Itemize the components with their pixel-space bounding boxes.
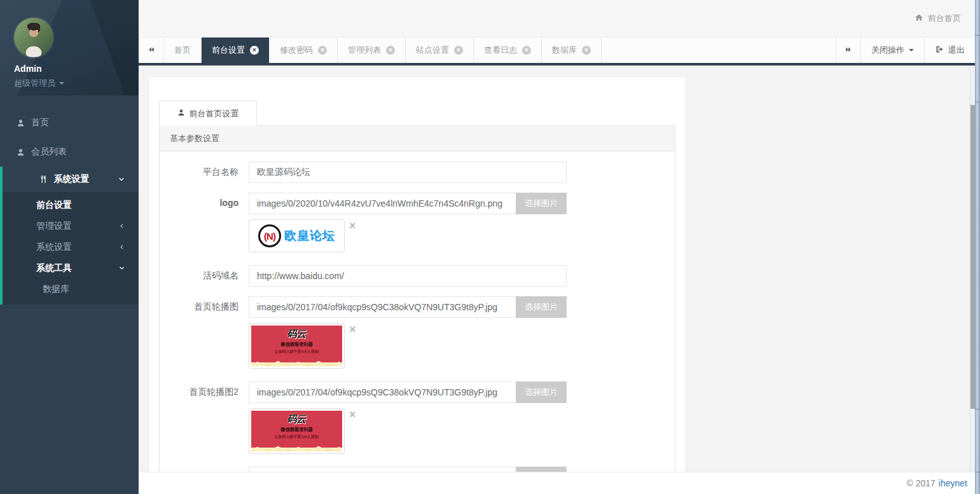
sidebar-item-label: 会员列表 xyxy=(31,146,67,158)
tab-frontend-settings[interactable]: 前台设置 × xyxy=(202,38,270,63)
user-icon xyxy=(17,119,25,127)
sidebar-item-label: 系统工具 xyxy=(36,263,72,274)
topbar: 前台首页 xyxy=(139,0,975,37)
tab-close-icon[interactable]: × xyxy=(250,46,259,55)
tab-label: 查看日志 xyxy=(484,45,517,56)
tab-home[interactable]: 首页 xyxy=(164,38,202,63)
carousel-1-path-input[interactable] xyxy=(249,296,516,318)
tab-view-logs[interactable]: 查看日志 × xyxy=(474,38,542,63)
tab-database[interactable]: 数据库 × xyxy=(542,38,602,63)
form-row-carousel-1: 首页轮播图 选择图片 码云 xyxy=(160,296,675,369)
carousel-2-path-input[interactable] xyxy=(249,381,516,403)
choose-image-button[interactable]: 选择图片 xyxy=(516,381,567,403)
domain-input[interactable] xyxy=(249,265,567,287)
carousel-2-preview-wrap: 码云 微信群裂变利器 让加码入群不受100人限制 × xyxy=(249,408,675,454)
logout-label: 退出 xyxy=(948,45,965,56)
clipped-path-input[interactable] xyxy=(249,467,516,472)
tab-site-settings[interactable]: 站点设置 × xyxy=(406,38,474,63)
content-scrollbar[interactable] xyxy=(970,65,975,472)
chevron-left-icon xyxy=(119,223,125,229)
sidebar-item-label: 首页 xyxy=(31,117,49,128)
carousel-image-title: 码云 xyxy=(251,328,342,340)
logo-preview-wrap: (N) 欧皇论坛 × xyxy=(249,219,675,252)
form-row-logo: logo 选择图片 (N) xyxy=(160,193,675,252)
sidebar-item-label: 系统设置 xyxy=(54,174,90,185)
tab-close-icon[interactable]: × xyxy=(454,46,463,55)
sidebar-item-members[interactable]: 会员列表 xyxy=(0,137,139,167)
caret-down-icon xyxy=(59,82,64,85)
avatar[interactable] xyxy=(14,18,53,57)
sidebar-item-admin-settings[interactable]: 管理设置 xyxy=(3,216,139,237)
sidebar-submenu: 前台设置 管理设置 系统设置 系统工具 数据库 xyxy=(3,192,139,305)
carousel-2-input-group: 选择图片 xyxy=(249,381,567,403)
sidebar-item-system-settings[interactable]: 系统设置 xyxy=(3,167,139,192)
user-icon xyxy=(17,148,25,156)
tab-frontend-home-settings[interactable]: 前台首页设置 xyxy=(159,100,257,126)
tab-close-icon[interactable]: × xyxy=(522,46,531,55)
tab-label: 修改密码 xyxy=(280,45,313,56)
logo-preview: (N) 欧皇论坛 xyxy=(249,219,345,252)
double-chevron-left-icon xyxy=(147,46,155,55)
tabs-scroll-left-button[interactable] xyxy=(139,38,164,63)
sidebar-item-home[interactable]: 首页 xyxy=(0,108,139,137)
brand-link[interactable]: iheynet xyxy=(939,478,967,488)
frontend-home-link[interactable]: 前台首页 xyxy=(914,13,961,24)
form-row-platform-name: 平台名称 xyxy=(160,161,675,183)
scrollbar-seam xyxy=(975,472,980,472)
scrollbar-seam xyxy=(975,35,980,36)
close-operations-dropdown[interactable]: 关闭操作 xyxy=(861,38,925,63)
carousel-clouds-graphic xyxy=(251,442,342,451)
double-chevron-right-icon xyxy=(845,46,853,55)
frontend-home-label: 前台首页 xyxy=(928,13,961,24)
scrollbar-seam xyxy=(975,102,980,102)
carousel-image-caption: 让加码入群不受100人限制 xyxy=(258,349,336,355)
sidebar: Admin 超级管理员 首页 会员列表 系统设置 xyxy=(0,0,139,494)
tab-close-icon[interactable]: × xyxy=(582,46,591,55)
sidebar-item-frontend-settings[interactable]: 前台设置 xyxy=(3,195,139,216)
settings-card: 前台首页设置 基本参数设置 平台名称 xyxy=(149,78,685,472)
choose-image-button[interactable] xyxy=(516,467,567,472)
logo-label: logo xyxy=(160,193,249,252)
logo-path-input[interactable] xyxy=(249,193,516,214)
window-scrollbar[interactable] xyxy=(975,0,980,494)
tab-admin-list[interactable]: 管理列表 × xyxy=(338,38,406,63)
form-row-domain: 活码域名 xyxy=(160,265,675,287)
remove-image-icon[interactable]: × xyxy=(349,410,356,419)
tab-change-password[interactable]: 修改密码 × xyxy=(270,38,338,63)
carousel-image-subtitle: 微信群裂变利器 xyxy=(256,427,338,433)
carousel-image-title: 码云 xyxy=(251,413,342,425)
carousel-1-preview-wrap: 码云 微信群裂变利器 让加码入群不受100人限制 × xyxy=(249,323,675,369)
choose-image-button[interactable]: 选择图片 xyxy=(516,193,567,214)
tab-close-icon[interactable]: × xyxy=(386,46,395,55)
platform-name-label: 平台名称 xyxy=(160,161,249,183)
tab-close-icon[interactable]: × xyxy=(318,46,327,55)
sidebar-item-system-tools[interactable]: 系统工具 xyxy=(3,257,139,278)
logo-text: 欧皇论坛 xyxy=(284,228,335,244)
panel-body: 平台名称 logo 选择图片 xyxy=(160,151,675,472)
user-role-dropdown[interactable]: 超级管理员 xyxy=(14,78,139,89)
choose-image-button[interactable]: 选择图片 xyxy=(516,296,567,318)
clipped-input-group xyxy=(249,467,567,472)
user-icon xyxy=(177,109,185,118)
remove-image-icon[interactable]: × xyxy=(349,221,356,230)
tab-label: 首页 xyxy=(174,45,191,56)
logo-emblem: (N) xyxy=(258,224,281,247)
sidebar-item-system-config[interactable]: 系统设置 xyxy=(3,237,139,257)
sign-out-icon xyxy=(935,45,944,55)
sidebar-item-database[interactable]: 数据库 xyxy=(3,278,139,299)
logo-input-group: 选择图片 xyxy=(249,193,567,214)
panel-tab-row: 前台首页设置 xyxy=(159,100,675,126)
clipped-row-label xyxy=(160,467,249,472)
tabbar-spacer xyxy=(602,38,836,63)
content-scrollbar-thumb[interactable] xyxy=(970,105,975,409)
sidebar-item-label: 前台设置 xyxy=(36,200,72,211)
chevron-down-icon xyxy=(119,265,125,271)
remove-image-icon[interactable]: × xyxy=(349,325,356,334)
user-role-label: 超级管理员 xyxy=(14,78,55,89)
tabs-scroll-right-button[interactable] xyxy=(836,38,861,63)
platform-name-input[interactable] xyxy=(249,161,567,183)
carousel-image-caption: 让加码入群不受100人限制 xyxy=(258,434,336,440)
footer: © 2017 iheynet xyxy=(139,472,975,494)
main-area: 前台首页 首页 前台设置 × 修改密码 × 管理列表 × 站点设 xyxy=(139,0,975,494)
logout-button[interactable]: 退出 xyxy=(925,38,975,63)
